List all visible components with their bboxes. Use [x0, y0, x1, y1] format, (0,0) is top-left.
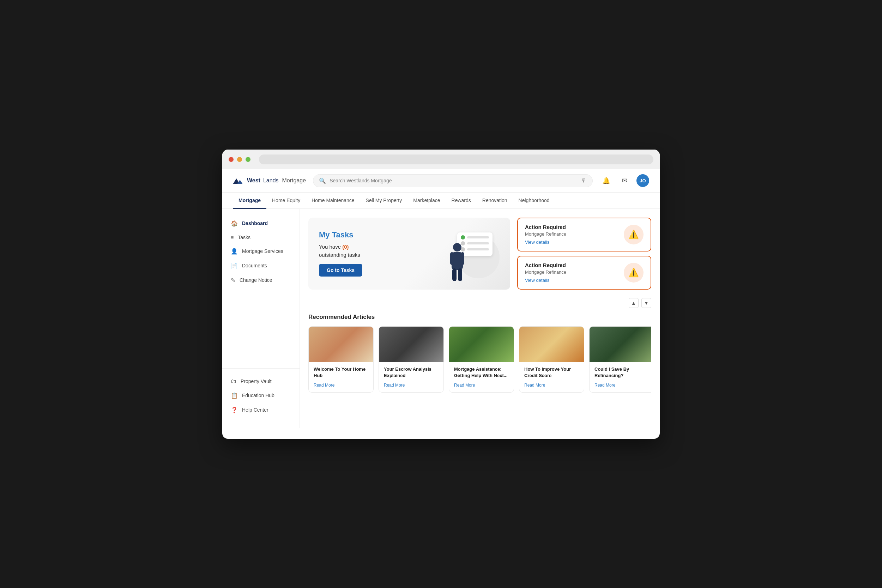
sidebar-item-documents[interactable]: 📄 Documents — [222, 258, 300, 273]
nav-item-marketplace[interactable]: Marketplace — [408, 193, 446, 209]
illus-row-1 — [461, 235, 489, 240]
maximize-button[interactable] — [246, 157, 250, 162]
sidebar-item-property-vault[interactable]: 🗂 Property Vault — [222, 374, 300, 388]
article-read-more-4[interactable]: Read More — [594, 383, 615, 388]
article-read-more-3[interactable]: Read More — [524, 383, 545, 388]
pagination-row: ▲ ▼ — [308, 298, 651, 308]
svg-point-2 — [453, 243, 462, 252]
tasks-text: My Tasks You have (0)outstanding tasks G… — [319, 230, 362, 276]
illus-line-3 — [467, 248, 489, 250]
action-card-1-link[interactable]: View details — [525, 240, 549, 245]
mortgage-services-icon: 👤 — [231, 248, 238, 255]
article-card-0: Welcome To Your Home Hub Read More — [308, 326, 374, 393]
logo-icon — [233, 176, 244, 185]
logo-text-west: West — [247, 177, 260, 184]
sidebar-item-help-center[interactable]: ❓ Help Center — [222, 403, 300, 417]
sidebar-item-tasks[interactable]: ≡ Tasks — [222, 231, 300, 244]
action-card-2-title: Action Required — [525, 262, 566, 268]
person-illustration — [447, 243, 468, 282]
action-cards: Action Required Mortgage Refinance View … — [517, 218, 651, 290]
action-card-2: Action Required Mortgage Refinance View … — [517, 256, 651, 290]
logo-text-lands: Lands — [263, 177, 279, 184]
property-vault-icon: 🗂 — [231, 378, 236, 384]
illustration-container — [447, 225, 503, 282]
action-card-1-icon: ⚠️ — [624, 225, 644, 244]
svg-rect-5 — [461, 252, 464, 265]
article-read-more-1[interactable]: Read More — [384, 383, 405, 388]
article-card-1: Your Escrow Analysis Explained Read More — [378, 326, 444, 393]
nav-item-rewards[interactable]: Rewards — [446, 193, 477, 209]
microphone-icon[interactable]: 🎙 — [581, 177, 587, 184]
warning-icon-2: ⚠️ — [628, 268, 639, 278]
check-dot — [461, 235, 465, 240]
go-to-tasks-button[interactable]: Go to Tasks — [319, 264, 362, 276]
notification-bell-button[interactable]: 🔔 — [600, 174, 612, 187]
article-title-1: Your Escrow Analysis Explained — [384, 366, 438, 379]
pagination-down-button[interactable]: ▼ — [641, 298, 651, 308]
articles-grid: Welcome To Your Home Hub Read More Your … — [308, 326, 651, 393]
article-card-3: How To Improve Your Credit Score Read Mo… — [519, 326, 584, 393]
logo: WestLands Mortgage — [233, 176, 306, 185]
sidebar-label-education-hub: Education Hub — [242, 393, 274, 398]
sidebar-label-change-notice: Change Notice — [240, 277, 272, 283]
action-card-2-icon: ⚠️ — [624, 263, 644, 282]
article-image-2 — [449, 327, 514, 362]
action-card-2-subtitle: Mortgage Refinance — [525, 270, 566, 275]
nav-item-home-maintenance[interactable]: Home Maintenance — [306, 193, 360, 209]
article-card-2: Mortgage Assistance: Getting Help With N… — [449, 326, 514, 393]
sidebar-label-mortgage-services: Mortgage Services — [242, 248, 283, 254]
articles-section: Recommended Articles Welcome To Your Hom… — [308, 314, 651, 393]
article-body-3: How To Improve Your Credit Score Read Mo… — [519, 362, 584, 392]
article-body-2: Mortgage Assistance: Getting Help With N… — [449, 362, 514, 392]
browser-window: WestLands Mortgage 🔍 🎙 🔔 ✉ JO Mortgage H… — [222, 150, 660, 439]
sidebar-item-mortgage-services[interactable]: 👤 Mortgage Services — [222, 244, 300, 258]
search-icon: 🔍 — [319, 177, 326, 184]
tasks-icon: ≡ — [231, 235, 234, 240]
app-header: WestLands Mortgage 🔍 🎙 🔔 ✉ JO — [222, 169, 660, 193]
content-area: My Tasks You have (0)outstanding tasks G… — [300, 209, 660, 428]
nav-item-home-equity[interactable]: Home Equity — [266, 193, 306, 209]
minimize-button[interactable] — [237, 157, 242, 162]
action-card-2-link[interactable]: View details — [525, 278, 549, 283]
sidebar-bottom: 🗂 Property Vault 📋 Education Hub ❓ Help … — [222, 374, 300, 421]
svg-rect-4 — [450, 252, 454, 265]
user-avatar[interactable]: JO — [636, 174, 649, 187]
article-title-2: Mortgage Assistance: Getting Help With N… — [454, 366, 509, 379]
logo-text-mortgage: Mortgage — [282, 177, 306, 184]
education-hub-icon: 📋 — [231, 392, 238, 399]
warning-icon-1: ⚠️ — [628, 230, 639, 240]
action-card-1: Action Required Mortgage Refinance View … — [517, 218, 651, 252]
sidebar-item-dashboard[interactable]: 🏠 Dashboard — [222, 216, 300, 231]
documents-icon: 📄 — [231, 262, 238, 269]
article-body-0: Welcome To Your Home Hub Read More — [309, 362, 373, 392]
action-card-1-title: Action Required — [525, 224, 566, 230]
article-image-4 — [590, 327, 651, 362]
sidebar-label-tasks: Tasks — [238, 235, 250, 240]
sidebar-item-change-notice[interactable]: ✎ Change Notice — [222, 273, 300, 288]
main-layout: 🏠 Dashboard ≡ Tasks 👤 Mortgage Services … — [222, 209, 660, 428]
search-input[interactable] — [330, 178, 578, 183]
close-button[interactable] — [229, 157, 234, 162]
sidebar-label-documents: Documents — [242, 263, 267, 268]
article-title-4: Could I Save By Refinancing? — [594, 366, 649, 379]
nav-item-mortgage[interactable]: Mortgage — [233, 193, 266, 209]
article-card-4: Could I Save By Refinancing? Read More — [589, 326, 651, 393]
article-read-more-0[interactable]: Read More — [314, 383, 334, 388]
nav-item-sell-property[interactable]: Sell My Property — [360, 193, 408, 209]
article-body-1: Your Escrow Analysis Explained Read More — [379, 362, 444, 392]
article-title-0: Welcome To Your Home Hub — [314, 366, 368, 379]
nav-item-renovation[interactable]: Renovation — [477, 193, 513, 209]
url-bar[interactable] — [259, 154, 653, 164]
article-read-more-2[interactable]: Read More — [454, 383, 475, 388]
nav-item-neighborhood[interactable]: Neighborhood — [513, 193, 555, 209]
action-card-1-subtitle: Mortgage Refinance — [525, 231, 566, 237]
sidebar-item-education-hub[interactable]: 📋 Education Hub — [222, 388, 300, 403]
mail-button[interactable]: ✉ — [618, 174, 631, 187]
article-image-0 — [309, 327, 373, 362]
search-bar[interactable]: 🔍 🎙 — [313, 174, 593, 187]
tasks-title: My Tasks — [319, 230, 362, 240]
action-card-2-info: Action Required Mortgage Refinance View … — [525, 262, 566, 283]
browser-titlebar — [222, 150, 660, 169]
pagination-up-button[interactable]: ▲ — [629, 298, 639, 308]
help-center-icon: ❓ — [231, 407, 238, 413]
